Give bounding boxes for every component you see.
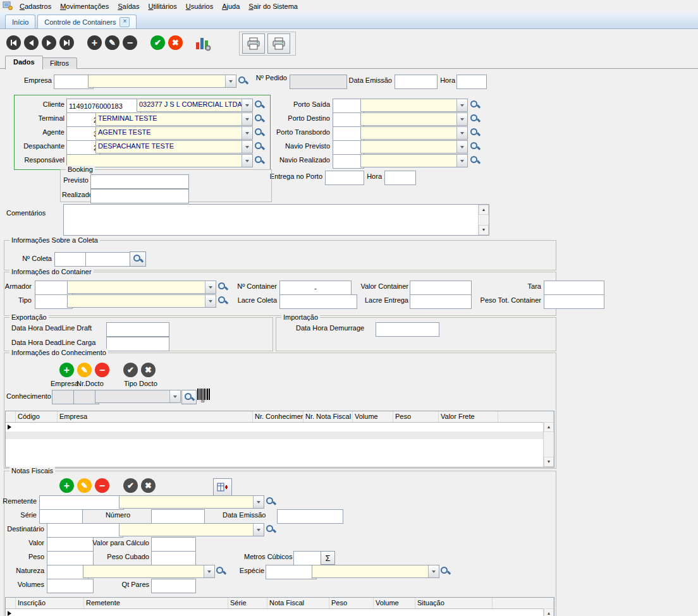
grid-row[interactable] xyxy=(6,609,554,616)
porto-saida-combo[interactable] xyxy=(360,99,468,112)
last-record-button[interactable] xyxy=(59,35,74,50)
deadline-carga-input[interactable] xyxy=(106,337,169,351)
porto-transbordo-combo[interactable] xyxy=(360,126,468,140)
empresa-search-icon[interactable] xyxy=(238,76,248,86)
chevron-down-icon[interactable] xyxy=(253,496,264,508)
chevron-down-icon[interactable] xyxy=(456,113,467,125)
conhecimento-delete-button[interactable]: − xyxy=(95,363,109,377)
natureza-search-icon[interactable] xyxy=(216,566,226,576)
nf-data-emissao-input[interactable] xyxy=(277,509,343,524)
lacre-coleta-input[interactable] xyxy=(279,294,357,309)
conhecimento-search-button[interactable] xyxy=(181,390,197,404)
notas-delete-button[interactable]: − xyxy=(95,478,109,493)
agente-search-icon[interactable] xyxy=(254,128,264,138)
lacre-entrega-input[interactable] xyxy=(410,294,472,309)
previous-record-button[interactable] xyxy=(24,35,39,50)
tab-inicio[interactable]: Início xyxy=(5,15,35,28)
cliente-combo[interactable]: 032377 J S L COMERCIAL LTDA xyxy=(137,99,253,112)
chevron-down-icon[interactable] xyxy=(225,75,236,87)
remetente-search-icon[interactable] xyxy=(266,497,276,507)
entrega-hora-input[interactable] xyxy=(384,171,416,185)
scroll-up-icon[interactable]: ▲ xyxy=(544,608,554,616)
menu-cadastros[interactable]: Cadastros xyxy=(15,0,56,13)
notas-cancel-button[interactable]: ✖ xyxy=(141,478,156,493)
destinatario-combo[interactable] xyxy=(119,523,264,536)
menu-saidas[interactable]: Saídas xyxy=(113,0,144,13)
menu-ajuda[interactable]: Ajuda xyxy=(217,0,244,13)
chevron-down-icon[interactable] xyxy=(456,127,467,139)
chevron-down-icon[interactable] xyxy=(242,113,252,125)
chevron-down-icon[interactable] xyxy=(204,565,214,577)
especie-combo[interactable] xyxy=(312,565,439,578)
booking-realizado-input[interactable] xyxy=(90,189,189,203)
confirm-button[interactable]: ✔ xyxy=(150,35,165,50)
terminal-combo[interactable]: TERMINAL TESTE xyxy=(95,112,253,126)
chevron-down-icon[interactable] xyxy=(242,127,252,139)
chevron-down-icon[interactable] xyxy=(456,155,467,167)
tara-input[interactable] xyxy=(544,281,604,295)
chevron-down-icon[interactable] xyxy=(242,155,252,167)
conhecimento-add-button[interactable]: + xyxy=(59,363,74,377)
porto-destino-search-icon[interactable] xyxy=(470,114,480,124)
edit-record-button[interactable]: ✎ xyxy=(105,35,119,50)
navio-realizado-code-input[interactable] xyxy=(333,154,364,169)
chevron-down-icon[interactable] xyxy=(253,524,264,536)
notas-add-button[interactable]: + xyxy=(59,478,74,493)
numero-input[interactable] xyxy=(151,509,205,524)
data-emissao-input[interactable] xyxy=(395,75,438,89)
menu-utilitarios[interactable]: Utilitários xyxy=(144,0,181,13)
navio-previsto-search-icon[interactable] xyxy=(470,142,480,152)
chevron-down-icon[interactable] xyxy=(456,141,467,153)
natureza-combo[interactable] xyxy=(83,565,215,578)
navio-previsto-code-input[interactable] xyxy=(333,140,364,155)
valor-container-input[interactable] xyxy=(410,281,472,295)
scroll-down-icon[interactable]: ▼ xyxy=(479,225,489,235)
page-tab-dados[interactable]: Dados xyxy=(5,56,43,69)
menu-movimentacoes[interactable]: Movimentações xyxy=(56,0,113,13)
remetente-combo[interactable] xyxy=(119,495,264,509)
conhecimento-cancel-button[interactable]: ✖ xyxy=(141,363,156,377)
barcode-icon[interactable]: 00 xyxy=(197,388,211,404)
armador-search-icon[interactable] xyxy=(217,282,228,292)
cancel-button[interactable]: ✖ xyxy=(168,35,183,50)
peso-input[interactable] xyxy=(47,551,94,565)
notas-import-button[interactable] xyxy=(213,478,232,496)
page-tab-filtros[interactable]: Filtros xyxy=(42,57,77,69)
chevron-down-icon[interactable] xyxy=(242,141,252,153)
especie-code-input[interactable] xyxy=(266,565,317,579)
notas-confirm-button[interactable]: ✔ xyxy=(123,478,138,493)
armador-combo[interactable] xyxy=(67,281,216,294)
chart-report-button[interactable] xyxy=(195,35,211,51)
qt-pares-input[interactable] xyxy=(151,579,196,593)
empresa-combo[interactable] xyxy=(88,75,236,88)
print-button[interactable] xyxy=(242,33,265,54)
responsavel-search-icon[interactable] xyxy=(254,155,264,166)
menu-usuarios[interactable]: Usuários xyxy=(181,0,217,13)
scroll-up-icon[interactable]: ▲ xyxy=(479,205,489,215)
grid-row[interactable] xyxy=(6,432,554,439)
first-record-button[interactable] xyxy=(6,35,21,50)
navio-realizado-combo[interactable] xyxy=(360,154,468,167)
destinatario-code-input[interactable] xyxy=(47,523,123,538)
comentarios-textarea[interactable]: ▲ ▼ xyxy=(63,204,489,236)
chevron-down-icon[interactable] xyxy=(205,281,216,293)
despachante-combo[interactable]: DESPACHANTE TESTE xyxy=(95,140,253,154)
conhecimento-grid-scrollbar[interactable]: ▲ ▼ xyxy=(543,422,554,467)
porto-saida-code-input[interactable] xyxy=(333,99,364,113)
valor-input[interactable] xyxy=(47,537,94,552)
booking-previsto-input[interactable] xyxy=(90,174,189,189)
print-preview-button[interactable] xyxy=(267,33,290,54)
despachante-search-icon[interactable] xyxy=(254,142,264,152)
sum-button[interactable]: Σ xyxy=(321,551,335,565)
scroll-up-icon[interactable]: ▲ xyxy=(544,422,554,432)
chevron-down-icon[interactable] xyxy=(169,390,180,402)
peso-cubado-input[interactable] xyxy=(151,551,196,565)
tab-controle-de-containers[interactable]: Controle de Containers × xyxy=(37,15,137,28)
chevron-down-icon[interactable] xyxy=(205,295,216,307)
conhecimento-tipo-docto-combo[interactable] xyxy=(95,390,181,403)
notas-grid-scrollbar[interactable]: ▲ ▼ xyxy=(543,608,554,616)
entrega-no-porto-input[interactable] xyxy=(325,171,364,185)
n-coleta-input[interactable] xyxy=(85,252,133,267)
chevron-down-icon[interactable] xyxy=(456,99,467,111)
n-container-input[interactable] xyxy=(279,281,352,295)
